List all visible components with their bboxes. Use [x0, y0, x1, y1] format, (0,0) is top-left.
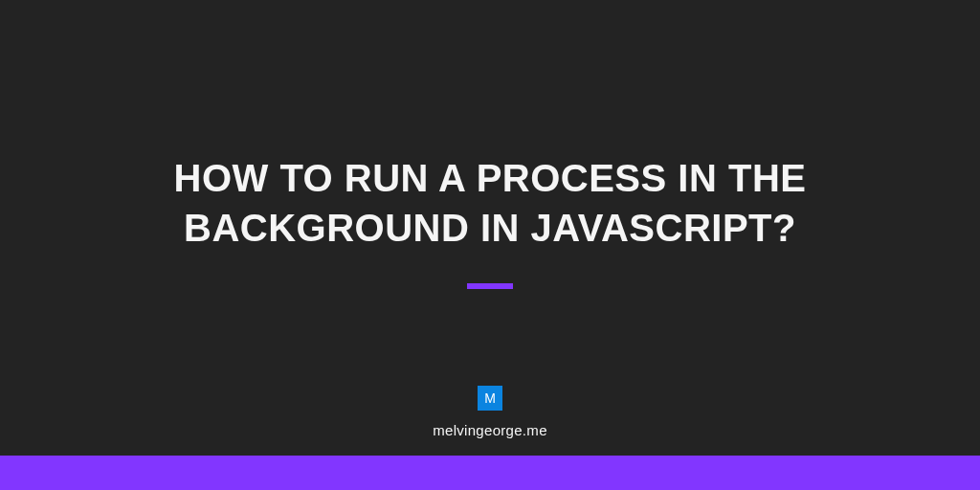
card-container: HOW TO RUN A PROCESS IN THE BACKGROUND I…: [0, 0, 980, 490]
footer-section: M melvingeorge.me: [0, 386, 980, 438]
logo-letter: M: [484, 390, 496, 406]
accent-divider: [467, 283, 513, 289]
article-title: HOW TO RUN A PROCESS IN THE BACKGROUND I…: [117, 153, 863, 253]
logo-badge: M: [478, 386, 502, 411]
site-name-label: melvingeorge.me: [433, 422, 547, 438]
bottom-accent-bar: [0, 456, 980, 490]
